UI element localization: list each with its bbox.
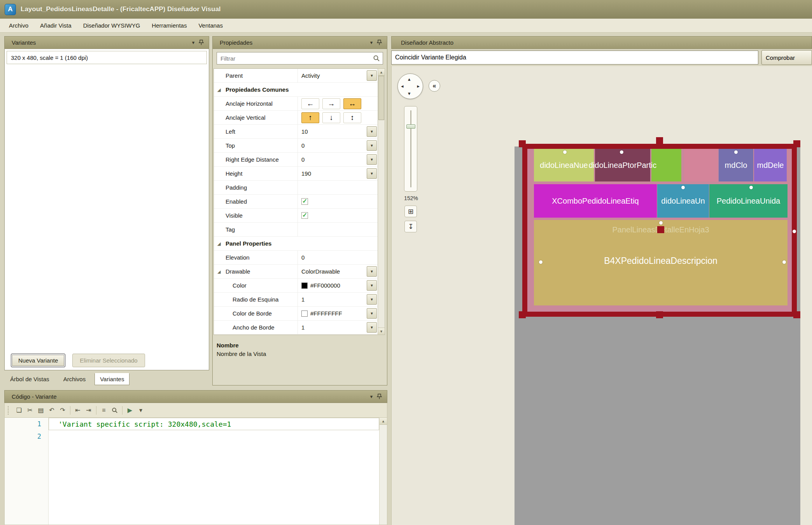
properties-scrollbar[interactable]: ▲ ▼ xyxy=(378,68,385,335)
anchor-bottom-button[interactable]: ↓ xyxy=(322,112,340,123)
chevron-down-icon[interactable]: ▾ xyxy=(367,280,377,291)
anchor-vertical-group: ↑ ↓ ↕ xyxy=(298,111,378,124)
border-color-swatch[interactable] xyxy=(301,310,308,317)
collapse-icon[interactable]: ▾ xyxy=(368,394,375,399)
expander-icon[interactable] xyxy=(217,87,222,92)
property-label: Anclaje Horizontal xyxy=(214,97,298,110)
chevron-down-icon[interactable]: ▾ xyxy=(367,140,377,151)
scrollbar-thumb[interactable] xyxy=(378,76,384,120)
variant-list-item[interactable]: 320 x 480, scale = 1 (160 dpi) xyxy=(7,51,207,64)
paste-icon[interactable]: ▤ xyxy=(36,405,46,416)
tab-variantes[interactable]: Variantes xyxy=(94,373,130,385)
selection-handle-top-left[interactable] xyxy=(519,140,526,147)
anchor-both-vertical-button[interactable]: ↕ xyxy=(343,112,361,123)
pan-down-icon[interactable]: ▾ xyxy=(408,91,411,96)
comment-icon[interactable]: ≡ xyxy=(99,405,109,416)
visible-checkbox[interactable] xyxy=(301,212,308,219)
anchor-left-button[interactable]: ← xyxy=(301,98,319,109)
toolbar-overflow-icon[interactable]: ▾ xyxy=(136,405,146,416)
collapse-icon[interactable]: ▾ xyxy=(368,40,375,45)
chevron-down-icon[interactable]: ▾ xyxy=(367,266,377,277)
run-icon[interactable]: ▶ xyxy=(125,405,135,416)
abstract-view-b6[interactable]: mdDele xyxy=(754,149,787,181)
zoom-slider-track[interactable] xyxy=(410,110,411,187)
zoom-slider[interactable] xyxy=(404,106,417,192)
anchor-right-button[interactable]: → xyxy=(322,98,340,109)
chevron-down-icon[interactable]: ▾ xyxy=(367,154,377,165)
tab-arbol-de-vistas[interactable]: Árbol de Vistas xyxy=(5,373,54,385)
selection-handle-bottom-left[interactable] xyxy=(519,311,526,318)
menu-archivo[interactable]: Archivo xyxy=(3,19,34,32)
selection-handle-bottom-center[interactable] xyxy=(656,311,663,318)
zoom-slider-handle[interactable] xyxy=(406,124,415,129)
anchor-both-horizontal-button[interactable]: ↔ xyxy=(343,98,361,109)
property-value[interactable]: Activity ▾ xyxy=(298,69,378,82)
abstract-view-c3[interactable]: PedidoLineaUnida xyxy=(709,184,788,218)
delete-selected-button[interactable]: Eliminar Seleccionado xyxy=(72,354,145,367)
pan-left-icon[interactable]: ◂ xyxy=(401,84,404,89)
chevron-down-icon[interactable]: ▾ xyxy=(367,168,377,179)
color-swatch[interactable] xyxy=(301,283,308,289)
code-editor[interactable]: 1 2 'Variant specific script: 320x480,sc… xyxy=(4,418,387,525)
property-row-drawable: Drawable ColorDrawable ▾ xyxy=(214,265,378,279)
search-icon[interactable] xyxy=(373,55,380,63)
scroll-up-icon[interactable]: ▲ xyxy=(378,69,385,76)
abstract-view-b4[interactable] xyxy=(684,149,718,181)
expander-icon[interactable] xyxy=(217,241,222,246)
menu-ventanas[interactable]: Ventanas xyxy=(192,19,229,32)
chevron-down-icon[interactable]: ▾ xyxy=(367,308,377,319)
scroll-up-icon[interactable]: ▲ xyxy=(380,418,387,425)
menu-anadir-vista[interactable]: Añadir Vista xyxy=(34,19,77,32)
scroll-down-icon[interactable]: ▼ xyxy=(378,328,385,335)
export-icon[interactable]: ↧ xyxy=(404,221,417,232)
abstract-view-b2[interactable]: didoLineaPtorPartic xyxy=(595,149,650,181)
selection-handle-top-center[interactable] xyxy=(656,137,663,144)
property-row-padding: Padding xyxy=(214,181,378,195)
copy-icon[interactable]: ❏ xyxy=(14,405,24,416)
selection-handle-bottom-right[interactable] xyxy=(793,311,800,318)
tab-archivos[interactable]: Archivos xyxy=(58,373,91,385)
redo-icon[interactable]: ↷ xyxy=(58,405,68,416)
cut-icon[interactable]: ✂ xyxy=(25,405,35,416)
left-dock-tabs: Árbol de Vistas Archivos Variantes xyxy=(5,373,130,385)
designer-canvas[interactable]: didoLineaNue didoLineaPtorPartic mdClo m… xyxy=(391,66,812,525)
anchor-horizontal-group: ← → ↔ xyxy=(298,97,378,110)
variants-list: 320 x 480, scale = 1 (160 dpi) Nueva Var… xyxy=(4,49,209,370)
match-variant-input[interactable] xyxy=(391,51,758,65)
menu-disenador-wysiwyg[interactable]: Diseñador WYSIWYG xyxy=(77,19,146,32)
toolbar-grip[interactable] xyxy=(8,406,11,415)
property-row-elevation: Elevation 0 xyxy=(214,251,378,265)
undo-icon[interactable]: ↶ xyxy=(47,405,57,416)
code-lines[interactable]: 'Variant specific script: 320x480,scale=… xyxy=(49,418,379,525)
pan-control[interactable]: ◂ ▸ ▴ ▾ xyxy=(397,73,423,99)
new-variant-button[interactable]: Nueva Variante xyxy=(11,354,65,367)
code-scrollbar[interactable]: ▲ xyxy=(379,418,387,525)
chevron-down-icon[interactable]: ▾ xyxy=(367,126,377,137)
menu-herramientas[interactable]: Herramientas xyxy=(146,19,192,32)
anchor-top-button[interactable]: ↑ xyxy=(301,112,319,123)
chevron-down-icon[interactable]: ▾ xyxy=(367,70,377,81)
expander-icon[interactable] xyxy=(217,269,222,274)
window-title: Layout_PedidosLineasDetalle - (Fricaltec… xyxy=(21,5,221,13)
selection-handle-top-right[interactable] xyxy=(793,140,800,147)
grid-icon[interactable]: ⊞ xyxy=(404,206,417,217)
section-propiedades-comunes[interactable]: Propiedades Comunes xyxy=(214,83,378,97)
pin-icon[interactable] xyxy=(375,394,383,399)
collapse-icon[interactable]: ▾ xyxy=(189,40,197,45)
search-icon[interactable] xyxy=(110,405,120,416)
indent-decrease-icon[interactable]: ⇤ xyxy=(73,405,83,416)
pan-right-icon[interactable]: ▸ xyxy=(417,84,420,89)
filter-input[interactable] xyxy=(217,52,383,65)
pin-icon[interactable] xyxy=(197,40,205,45)
section-panel-properties[interactable]: Panel Properties xyxy=(214,237,378,251)
collapse-toolbox-button[interactable]: « xyxy=(429,80,440,92)
abstract-view-c1[interactable]: XComboPedidoLineaEtiq xyxy=(534,184,657,218)
pan-up-icon[interactable]: ▴ xyxy=(408,77,411,82)
chevron-down-icon[interactable]: ▾ xyxy=(367,322,377,333)
pin-icon[interactable] xyxy=(375,40,383,45)
enabled-checkbox[interactable] xyxy=(301,198,308,205)
chevron-down-icon[interactable]: ▾ xyxy=(367,294,377,305)
check-button[interactable]: Comprobar xyxy=(761,50,812,65)
selection-handle-center[interactable] xyxy=(657,226,664,233)
indent-increase-icon[interactable]: ⇥ xyxy=(84,405,94,416)
